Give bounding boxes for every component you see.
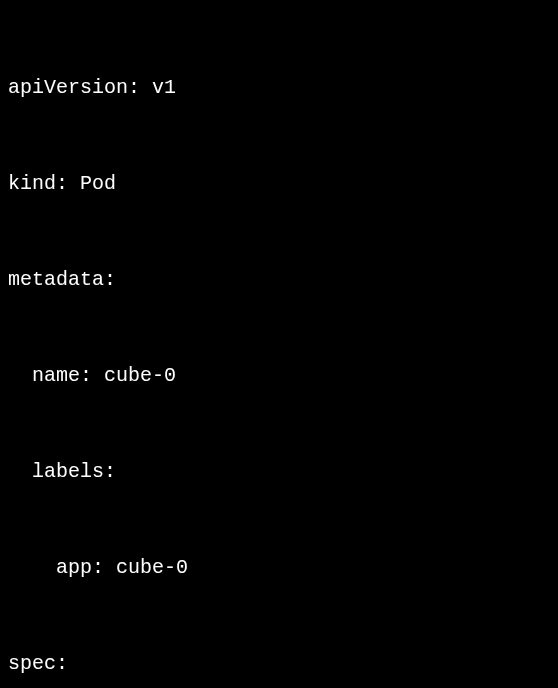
yaml-code-block: apiVersion: v1 kind: Pod metadata: name:… [8, 8, 550, 688]
code-line: name: cube-0 [8, 360, 550, 392]
code-line: app: cube-0 [8, 552, 550, 584]
code-line: apiVersion: v1 [8, 72, 550, 104]
code-line: kind: Pod [8, 168, 550, 200]
code-line: metadata: [8, 264, 550, 296]
code-line: labels: [8, 456, 550, 488]
code-line: spec: [8, 648, 550, 680]
